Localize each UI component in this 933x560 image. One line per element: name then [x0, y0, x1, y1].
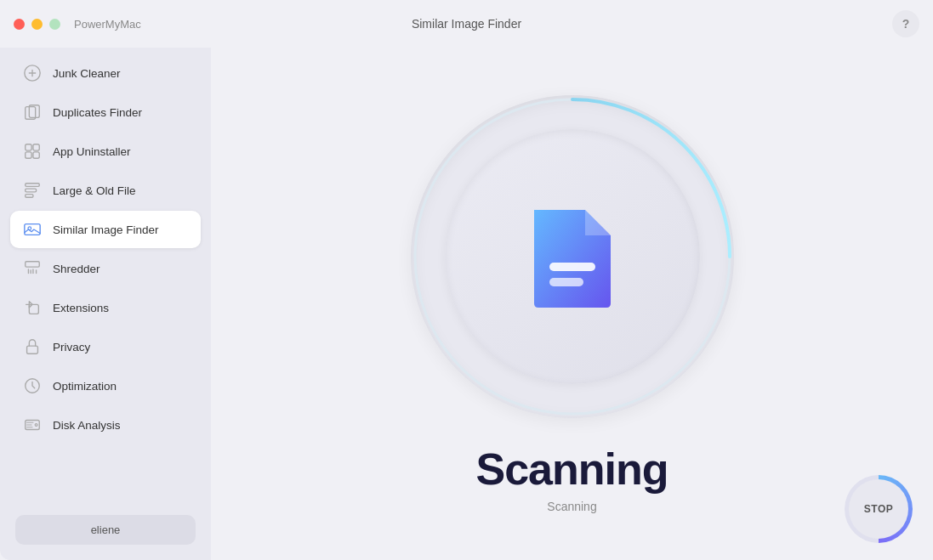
sidebar-item-privacy[interactable]: Privacy — [10, 328, 201, 365]
svg-rect-6 — [33, 152, 39, 158]
sidebar-item-label: Disk Analysis — [53, 419, 121, 432]
sidebar: Junk Cleaner Duplicates Finder — [0, 48, 211, 560]
spinning-arc-icon — [411, 95, 734, 418]
similar-image-finder-icon — [22, 219, 43, 240]
sidebar-nav: Junk Cleaner Duplicates Finder — [10, 54, 201, 506]
minimize-button[interactable] — [31, 19, 43, 30]
disk-analysis-icon — [22, 415, 43, 435]
sidebar-item-label: Junk Cleaner — [53, 67, 121, 80]
content-area: Scanning Scanning STOP — [211, 48, 933, 560]
svg-rect-5 — [26, 152, 31, 158]
duplicates-finder-icon — [22, 102, 43, 122]
stop-button-wrapper[interactable]: STOP — [845, 475, 913, 543]
sidebar-item-label: Extensions — [53, 302, 109, 314]
main-layout: Junk Cleaner Duplicates Finder — [0, 48, 933, 560]
extensions-icon — [22, 297, 43, 318]
shredder-icon — [22, 258, 43, 279]
svg-rect-10 — [25, 224, 40, 235]
sidebar-item-label: Similar Image Finder — [53, 223, 159, 236]
sidebar-item-label: Large & Old File — [53, 184, 136, 197]
sidebar-item-app-uninstaller[interactable]: App Uninstaller — [10, 133, 201, 170]
sidebar-item-disk-analysis[interactable]: Disk Analysis — [10, 406, 201, 444]
help-button[interactable]: ? — [892, 10, 919, 37]
close-button[interactable] — [14, 19, 25, 30]
titlebar: PowerMyMac Similar Image Finder ? — [0, 0, 933, 48]
optimization-icon — [22, 376, 43, 396]
scan-area: Scanning Scanning — [411, 95, 734, 513]
sidebar-item-shredder[interactable]: Shredder — [10, 250, 201, 287]
sidebar-item-label: Privacy — [53, 341, 90, 354]
junk-cleaner-icon — [22, 63, 43, 83]
svg-rect-7 — [26, 184, 40, 187]
sidebar-item-large-old-file[interactable]: Large & Old File — [10, 172, 201, 209]
user-section: eliene — [10, 506, 201, 553]
scanning-subtitle: Scanning — [547, 500, 596, 513]
sidebar-item-optimization[interactable]: Optimization — [10, 367, 201, 404]
sidebar-item-extensions[interactable]: Extensions — [10, 289, 201, 326]
sidebar-item-duplicates-finder[interactable]: Duplicates Finder — [10, 93, 201, 131]
privacy-icon — [22, 337, 43, 357]
svg-rect-4 — [33, 144, 39, 150]
large-old-file-icon — [22, 180, 43, 201]
scan-ring-outer — [411, 95, 734, 418]
svg-rect-3 — [26, 144, 31, 150]
traffic-lights — [14, 19, 60, 30]
sidebar-item-label: App Uninstaller — [53, 145, 131, 158]
page-title: Similar Image Finder — [412, 17, 521, 31]
maximize-button[interactable] — [49, 19, 60, 30]
sidebar-item-label: Optimization — [53, 380, 117, 393]
svg-rect-9 — [26, 195, 33, 198]
sidebar-item-similar-image-finder[interactable]: Similar Image Finder — [10, 211, 201, 248]
svg-rect-8 — [26, 189, 37, 192]
svg-rect-14 — [27, 346, 38, 354]
sidebar-item-label: Duplicates Finder — [53, 106, 142, 119]
sidebar-item-label: Shredder — [53, 263, 100, 275]
stop-button[interactable]: STOP — [849, 479, 908, 539]
svg-rect-12 — [26, 262, 40, 267]
user-button[interactable]: eliene — [15, 515, 196, 545]
sidebar-item-junk-cleaner[interactable]: Junk Cleaner — [10, 54, 201, 92]
app-uninstaller-icon — [22, 141, 43, 161]
app-name: PowerMyMac — [74, 18, 141, 31]
scanning-title: Scanning — [475, 444, 668, 495]
svg-point-17 — [35, 424, 37, 427]
